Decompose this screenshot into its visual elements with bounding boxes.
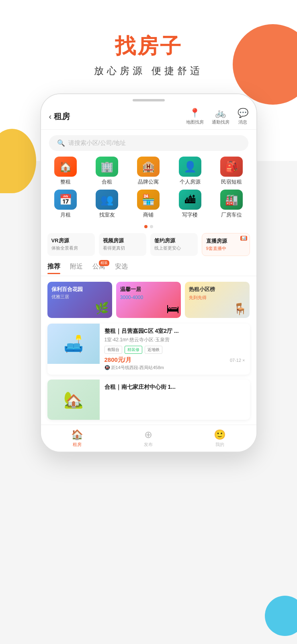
nav-title: 租房 (54, 111, 70, 122)
category-factory[interactable]: 🏭 厂房车位 (213, 190, 250, 219)
listing-1-image: 🛋️ (47, 324, 100, 364)
search-icon: 🔍 (57, 139, 65, 147)
dot-2[interactable] (150, 225, 153, 228)
category-zhengzu[interactable]: 🏠 整租 (47, 157, 84, 186)
tag-balcony: 有阳台 (104, 346, 122, 354)
bottom-nav-rent[interactable]: 🏠 租房 (71, 429, 83, 448)
feature-video-title: 视频房源 (103, 237, 142, 244)
listing-1-title: 整租｜吕营嘉园C区 4室2厅 ... (104, 328, 245, 335)
promo-wenxin-name: 温馨一居 (120, 286, 177, 293)
back-arrow-icon: ‹ (49, 112, 52, 121)
category-hezu[interactable]: 🏢 合租 (89, 157, 125, 186)
listing-2[interactable]: 🏡 合租｜南七家庄村中心街 1... (47, 380, 250, 420)
category-brand[interactable]: 🏨 品牌公寓 (130, 157, 166, 186)
office-label: 写字楼 (182, 211, 198, 219)
mine-label: 我的 (215, 442, 224, 448)
promo-wenxin-price: 3000-4000 (120, 295, 177, 300)
phone-topbar (41, 94, 256, 104)
mine-icon: 🙂 (214, 429, 226, 440)
live-badge: 📊 (240, 236, 247, 241)
feature-vr[interactable]: VR房源 体验全景看房 (47, 233, 95, 256)
category-grid: 🏠 整租 🏢 合租 🏨 品牌公寓 (41, 157, 256, 223)
header-title: 找房子 (0, 32, 297, 60)
search-bar[interactable]: 🔍 请搜索小区/公司/地址 (49, 135, 248, 151)
dot-1[interactable] (144, 225, 147, 228)
promo-baoli[interactable]: 保利百合花园 优雅三居 🌿 (47, 282, 112, 318)
hezu-label: 合租 (102, 178, 112, 186)
tag-subway: 近地铁 (145, 346, 162, 354)
phone-wrapper: ‹ 租房 📍 地图找房 🚲 通勤找房 💬 消息 🔍 (0, 93, 297, 452)
bottom-nav: 🏠 租房 ⊕ 发布 🙂 我的 (41, 425, 256, 452)
shop-icon: 🏪 (137, 190, 160, 210)
phone: ‹ 租房 📍 地图找房 🚲 通勤找房 💬 消息 🔍 (40, 93, 257, 452)
category-row-1: 🏠 整租 🏢 合租 🏨 品牌公寓 (45, 157, 252, 186)
rent-label: 租房 (73, 442, 82, 448)
listing-1-date: 07-12 × (230, 358, 245, 363)
category-yuezu[interactable]: 📅 月租 (47, 190, 84, 219)
bottom-nav-publish[interactable]: ⊕ 发布 (144, 429, 153, 448)
category-shop[interactable]: 🏪 商铺 (130, 190, 166, 219)
commute-label: 通勤找房 (212, 119, 229, 125)
promo-baoli-content: 保利百合花园 优雅三居 🌿 (47, 282, 112, 318)
promo-hotrent[interactable]: 热租小区榜 先到先得 🪑 (185, 282, 250, 318)
shop-label: 商铺 (143, 211, 154, 219)
feature-sign-title: 签约房源 (154, 237, 194, 244)
promo-cards: 保利百合花园 优雅三居 🌿 温馨一居 3000-4000 🛏 热租小区榜 先到先… (41, 282, 256, 318)
message-icon: 💬 (238, 108, 248, 118)
live-count: 9套直播中 (206, 246, 246, 252)
listing-1[interactable]: 🛋️ 整租｜吕营嘉园C区 4室2厅 ... 1室·42.1m²·慈云寺小区·玉泉… (47, 324, 250, 375)
feature-live-title: 直播房源 (206, 237, 246, 245)
commute-icon: 🚲 (215, 108, 226, 118)
header-subtitle: 放心房源 便捷舒适 (0, 64, 297, 77)
message-label: 消息 (238, 119, 247, 125)
category-row-2: 📅 月租 👥 找室友 🏪 商铺 (45, 190, 252, 219)
listing-2-title: 合租｜南七家庄村中心街 1... (104, 384, 245, 391)
category-roommate[interactable]: 👥 找室友 (89, 190, 125, 219)
listing-1-tags: 有阳台 精装修 近地铁 (104, 346, 245, 354)
map-label: 地图找房 (186, 119, 204, 125)
listing-1-info: 整租｜吕营嘉园C区 4室2厅 ... 1室·42.1m²·慈云寺小区·玉泉营 有… (100, 324, 250, 375)
roommate-label: 找室友 (99, 211, 115, 219)
minsu-icon: 🎒 (220, 157, 243, 177)
table-icon: 🪑 (233, 302, 247, 316)
feature-vr-subtitle: 体验全景看房 (51, 245, 91, 251)
publish-icon: ⊕ (144, 429, 152, 440)
room-icon: 🏡 (47, 380, 100, 420)
tab-selected[interactable]: 安选 (115, 262, 128, 272)
feature-banners: VR房源 体验全景看房 视频房源 看得更真切 签约房源 线上签更安心 📊 直播房… (41, 233, 256, 256)
category-personal[interactable]: 👤 个人房源 (172, 157, 208, 186)
brand-icon: 🏨 (137, 157, 160, 177)
app-navbar: ‹ 租房 📍 地图找房 🚲 通勤找房 💬 消息 (41, 104, 256, 130)
yuezu-icon: 📅 (54, 190, 77, 210)
feature-vr-title: VR房源 (51, 237, 91, 244)
promo-baoli-desc: 优雅三居 (51, 294, 108, 300)
factory-label: 厂房车位 (221, 211, 242, 219)
nav-action-message[interactable]: 💬 消息 (238, 108, 248, 125)
personal-label: 个人房源 (180, 178, 201, 186)
listing-1-price-row: 2800元/月 07-12 × (104, 356, 245, 364)
feature-sign[interactable]: 签约房源 线上签更安心 (150, 233, 198, 256)
tab-recommend[interactable]: 推荐 (47, 262, 60, 272)
nav-action-map[interactable]: 📍 地图找房 (186, 108, 204, 125)
listing-1-price: 2800元/月 (104, 356, 132, 364)
tab-nearby[interactable]: 附近 (70, 262, 83, 272)
feature-live[interactable]: 📊 直播房源 9套直播中 (202, 233, 250, 256)
bottom-nav-mine[interactable]: 🙂 我的 (214, 429, 226, 448)
promo-baoli-name: 保利百合花园 (51, 286, 108, 293)
tabs-row: 推荐 附近 公寓 精装 安选 (41, 262, 256, 276)
header: 找房子 放心房源 便捷舒适 (0, 0, 297, 77)
feature-video[interactable]: 视频房源 看得更真切 (99, 233, 146, 256)
tag-decorated: 精装修 (125, 346, 142, 354)
yuezu-label: 月租 (60, 211, 71, 219)
promo-hotrent-content: 热租小区榜 先到先得 🪑 (185, 282, 250, 318)
listing-1-distance: 🚇 距14号线西段-西局站458m (104, 365, 245, 371)
promo-hotrent-tag: 先到先得 (189, 295, 246, 301)
nav-action-commute[interactable]: 🚲 通勤找房 (212, 108, 229, 125)
listing-1-subtitle: 1室·42.1m²·慈云寺小区·玉泉营 (104, 336, 245, 343)
nav-actions: 📍 地图找房 🚲 通勤找房 💬 消息 (186, 108, 248, 125)
back-button[interactable]: ‹ 租房 (49, 111, 70, 122)
promo-wenxin[interactable]: 温馨一居 3000-4000 🛏 (116, 282, 181, 318)
factory-icon: 🏭 (220, 190, 243, 210)
category-office[interactable]: 🏙 写字楼 (172, 190, 208, 219)
category-minsu[interactable]: 🎒 民宿短租 (213, 157, 250, 186)
